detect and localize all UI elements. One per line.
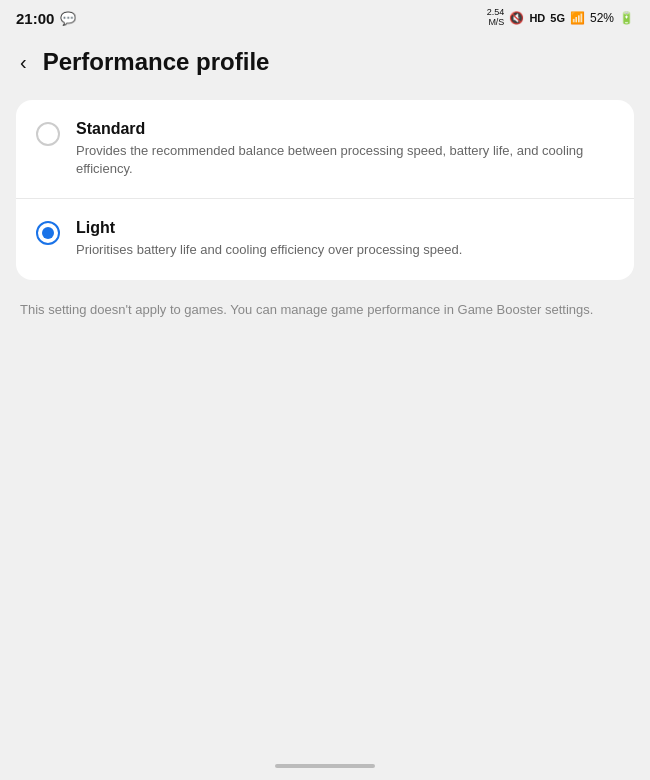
signal-icon: 📶 [570, 11, 585, 25]
battery-percent: 52% [590, 11, 614, 25]
option-light[interactable]: Light Prioritises battery life and cooli… [16, 199, 634, 279]
radio-standard[interactable] [36, 122, 60, 146]
option-standard[interactable]: Standard Provides the recommended balanc… [16, 100, 634, 199]
hd-label: HD [529, 12, 545, 24]
option-light-title: Light [76, 219, 614, 237]
status-bar-left: 21:00 💬 [16, 10, 76, 27]
mute-icon: 🔇 [509, 11, 524, 25]
header: ‹ Performance profile [0, 36, 650, 92]
radio-light[interactable] [36, 221, 60, 245]
status-time: 21:00 [16, 10, 54, 27]
game-booster-note: This setting doesn't apply to games. You… [16, 296, 634, 324]
network-label: 5G [550, 12, 565, 24]
option-light-desc: Prioritises battery life and cooling eff… [76, 241, 614, 259]
chat-icon: 💬 [60, 11, 76, 26]
status-bar: 21:00 💬 2.54M/S 🔇 HD 5G 📶 52% 🔋 [0, 0, 650, 36]
profile-card: Standard Provides the recommended balanc… [16, 100, 634, 280]
content-area: Standard Provides the recommended balanc… [0, 92, 650, 331]
radio-light-inner [42, 227, 54, 239]
option-standard-text: Standard Provides the recommended balanc… [76, 120, 614, 178]
page-title: Performance profile [43, 48, 270, 76]
bottom-nav-indicator [275, 764, 375, 768]
option-light-text: Light Prioritises battery life and cooli… [76, 219, 614, 259]
option-standard-desc: Provides the recommended balance between… [76, 142, 614, 178]
speed-text: 2.54M/S [487, 8, 505, 28]
battery-icon: 🔋 [619, 11, 634, 25]
status-bar-right: 2.54M/S 🔇 HD 5G 📶 52% 🔋 [487, 8, 634, 28]
option-standard-title: Standard [76, 120, 614, 138]
back-button[interactable]: ‹ [16, 48, 31, 76]
